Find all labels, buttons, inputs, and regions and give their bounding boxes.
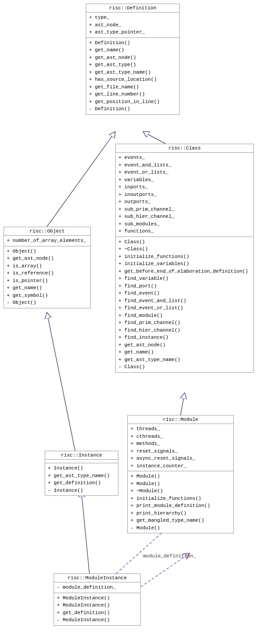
object-attrs: + number_of_array_elements_ xyxy=(4,236,90,246)
definition-title: risc::Definition xyxy=(86,4,179,12)
class-title: risc::Class xyxy=(116,144,253,153)
svg-line-3 xyxy=(47,312,75,451)
instance-box: risc::Instance + Instance() + get_ast_ty… xyxy=(45,451,118,496)
moduleinstance-title: risc::ModuleInstance xyxy=(54,574,140,582)
object-box: risc::Object + number_of_array_elements_… xyxy=(4,227,91,308)
module-title-text: risc::Module xyxy=(163,417,198,422)
moduleinstance-title-text: risc::ModuleInstance xyxy=(67,575,126,581)
module-box: risc::Module + threads_ + cthreads_ + me… xyxy=(127,415,234,533)
diagram-container: risc::Definition + type_ + ast_node_ + a… xyxy=(0,0,261,644)
module-definition-label: module_definition_ xyxy=(143,553,196,559)
class-box: risc::Class + events_ + event_and_lists_… xyxy=(115,144,254,373)
class-methods: + Class() + ~Class() + initialize_functi… xyxy=(116,237,253,372)
instance-methods: + Instance() + get_ast_type_name() + get… xyxy=(45,463,118,495)
module-methods: + Module() + Module() + ~Module() + init… xyxy=(128,471,233,533)
instance-title: risc::Instance xyxy=(45,451,118,460)
svg-line-0 xyxy=(47,132,115,227)
svg-line-2 xyxy=(181,393,185,415)
object-methods: + Object() + get_ast_node() + is_array()… xyxy=(4,246,90,308)
definition-title-text: risc::Definition xyxy=(109,5,156,11)
definition-methods: + Definition() + get_name() + get_ast_no… xyxy=(86,38,179,114)
moduleinstance-methods: + ModuleInstance() + ModuleInstance() + … xyxy=(54,593,140,625)
instance-title-text: risc::Instance xyxy=(61,453,102,458)
definition-box: risc::Definition + type_ + ast_node_ + a… xyxy=(86,4,180,115)
moduleinstance-attrs: - module_definition_ xyxy=(54,582,140,593)
object-title-text: risc::Object xyxy=(29,229,65,234)
module-title: risc::Module xyxy=(128,415,233,424)
svg-line-4 xyxy=(81,491,89,573)
definition-attrs: + type_ + ast_node_ + ast_type_pointer_ xyxy=(86,12,179,38)
class-title-text: risc::Class xyxy=(168,145,201,151)
class-attrs: + events_ + event_and_lists_ + event_or_… xyxy=(116,153,253,237)
svg-line-1 xyxy=(143,132,165,144)
instance-attrs xyxy=(45,460,118,463)
object-title: risc::Object xyxy=(4,227,90,236)
module-attrs: + threads_ + cthreads_ + methods_ + rese… xyxy=(128,424,233,471)
moduleinstance-box: risc::ModuleInstance - module_definition… xyxy=(54,573,141,626)
